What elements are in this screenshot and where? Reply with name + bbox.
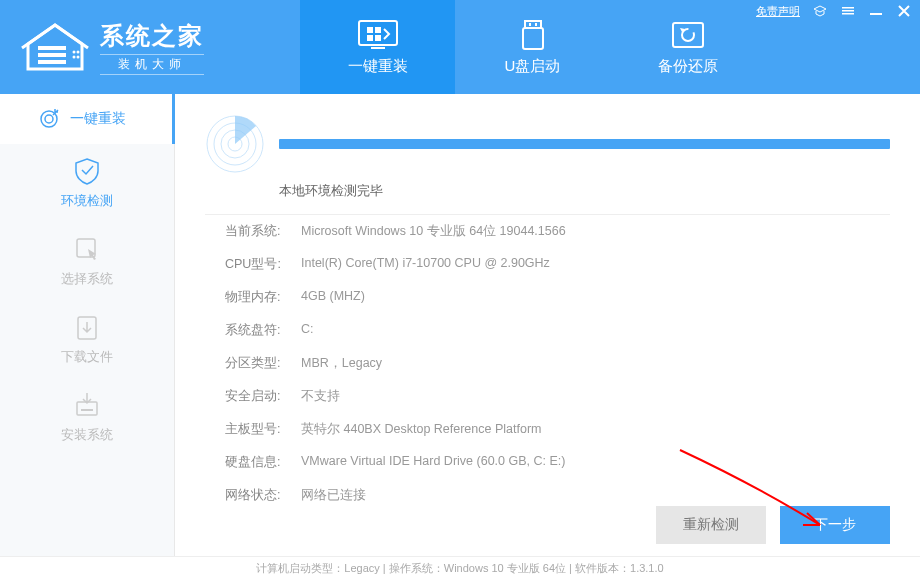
svg-rect-2 [38, 60, 66, 64]
svg-rect-8 [371, 47, 385, 49]
close-button[interactable] [896, 5, 912, 19]
tab-label: 备份还原 [658, 57, 718, 76]
sidebar-item-label: 下载文件 [61, 348, 113, 366]
svg-rect-0 [38, 46, 66, 50]
svg-rect-28 [81, 409, 93, 411]
sidebar-header-reinstall[interactable]: 一键重装 [0, 94, 175, 144]
next-button[interactable]: 下一步 [780, 506, 890, 544]
svg-rect-14 [523, 28, 543, 49]
info-row: CPU型号:Intel(R) Core(TM) i7-10700 CPU @ 2… [205, 248, 890, 281]
info-row: 当前系统:Microsoft Windows 10 专业版 64位 19044.… [205, 215, 890, 248]
status-bar: 计算机启动类型：Legacy | 操作系统：Windows 10 专业版 64位… [0, 556, 920, 580]
logo-house-icon [20, 22, 90, 72]
graduate-icon[interactable] [812, 5, 828, 19]
svg-rect-1 [38, 53, 66, 57]
monitor-icon [357, 19, 399, 51]
progress-bar [279, 139, 890, 149]
system-info-list: 当前系统:Microsoft Windows 10 专业版 64位 19044.… [205, 214, 890, 512]
svg-point-24 [45, 115, 53, 123]
sidebar-item-install[interactable]: 安装系统 [0, 378, 174, 456]
sidebar-item-select-system[interactable]: 选择系统 [0, 222, 174, 300]
svg-point-3 [73, 51, 76, 54]
disclaimer-link[interactable]: 免责声明 [756, 4, 800, 19]
logo-title: 系统之家 [100, 20, 204, 52]
sidebar-item-label: 环境检测 [61, 192, 113, 210]
info-row: 硬盘信息:VMware Virtual IDE Hard Drive (60.0… [205, 446, 890, 479]
minimize-button[interactable] [868, 5, 884, 19]
svg-rect-16 [535, 23, 537, 26]
sidebar-item-label: 安装系统 [61, 426, 113, 444]
svg-rect-17 [673, 23, 703, 47]
sidebar-item-env-check[interactable]: 环境检测 [0, 144, 174, 222]
target-icon [38, 108, 60, 130]
svg-rect-11 [367, 35, 373, 41]
svg-rect-12 [375, 35, 381, 41]
tab-reinstall[interactable]: 一键重装 [300, 0, 455, 94]
sidebar-header-label: 一键重装 [70, 110, 126, 128]
tab-usb-boot[interactable]: U盘启动 [455, 0, 610, 94]
app-header: 系统之家 装机大师 一键重装 U盘启动 [0, 0, 920, 94]
status-text: 本地环境检测完毕 [279, 182, 890, 200]
tab-backup-restore[interactable]: 备份还原 [610, 0, 765, 94]
download-icon [72, 312, 102, 342]
svg-rect-21 [842, 13, 854, 15]
restore-icon [667, 19, 709, 51]
radar-icon [205, 114, 265, 174]
svg-rect-9 [367, 27, 373, 33]
sidebar-item-label: 选择系统 [61, 270, 113, 288]
logo-subtitle: 装机大师 [100, 54, 204, 75]
titlebar-controls: 免责声明 [756, 4, 912, 19]
svg-point-6 [77, 56, 80, 59]
install-icon [72, 390, 102, 420]
info-row: 系统盘符:C: [205, 314, 890, 347]
select-icon [72, 234, 102, 264]
main-tabs: 一键重装 U盘启动 备份还原 [300, 0, 765, 94]
logo-area: 系统之家 装机大师 [0, 20, 300, 75]
info-row: 安全启动:不支持 [205, 380, 890, 413]
usb-icon [512, 19, 554, 51]
svg-rect-15 [529, 23, 531, 26]
menu-icon[interactable] [840, 5, 856, 19]
svg-rect-10 [375, 27, 381, 33]
svg-point-4 [77, 51, 80, 54]
info-row: 主板型号:英特尔 440BX Desktop Reference Platfor… [205, 413, 890, 446]
main-content: 本地环境检测完毕 当前系统:Microsoft Windows 10 专业版 6… [175, 94, 920, 556]
sidebar-item-download[interactable]: 下载文件 [0, 300, 174, 378]
svg-rect-13 [525, 21, 541, 28]
sidebar: 一键重装 环境检测 选择系统 下载文件 [0, 94, 175, 556]
info-row: 物理内存:4GB (MHZ) [205, 281, 890, 314]
svg-rect-20 [842, 10, 854, 12]
svg-point-18 [682, 29, 694, 41]
svg-rect-19 [842, 7, 854, 9]
tab-label: 一键重装 [348, 57, 408, 76]
svg-point-5 [73, 56, 76, 59]
svg-rect-22 [870, 13, 882, 15]
tab-label: U盘启动 [505, 57, 561, 76]
retry-button[interactable]: 重新检测 [656, 506, 766, 544]
info-row: 分区类型:MBR，Legacy [205, 347, 890, 380]
shield-check-icon [72, 156, 102, 186]
